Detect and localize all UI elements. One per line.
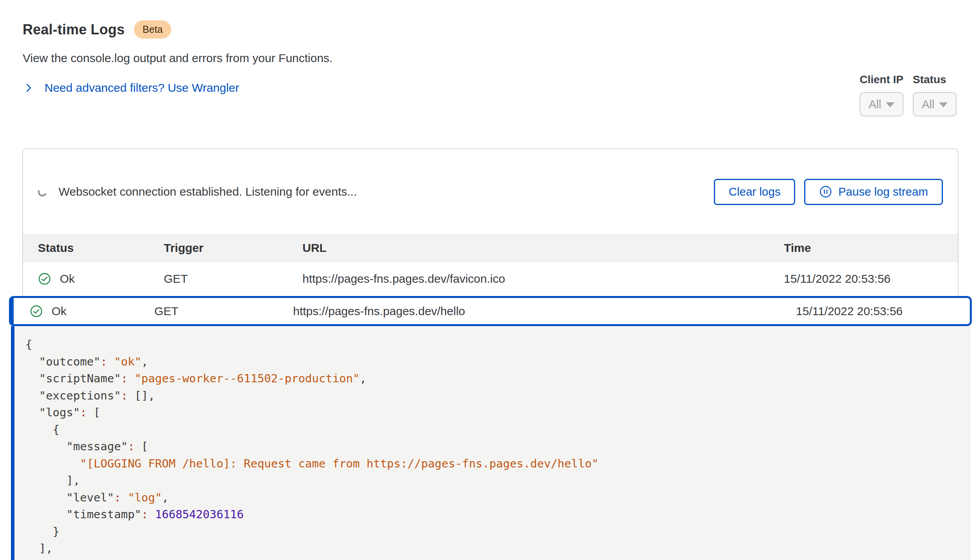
row-trigger: GET [154,305,293,318]
client-ip-filter-dropdown[interactable]: All [860,92,903,116]
page-header: Real-time Logs Beta View the console.log… [23,20,800,95]
column-header-status: Status [23,241,164,255]
pause-log-stream-label: Pause log stream [838,185,928,198]
status-filter-value: All [922,98,934,111]
code-line: "exceptions": [], [25,387,971,405]
clear-logs-label: Clear logs [729,185,781,198]
page-description: View the console.log output and errors f… [23,52,800,65]
row-url: https://pages-fns.pages.dev/favicon.ico [302,272,784,285]
table-row-selected[interactable]: Ok GET https://pages-fns.pages.dev/hello… [9,296,972,326]
row-time: 15/11/2022 20:53:56 [796,305,970,318]
code-line: "message": [ [25,438,971,455]
row-trigger: GET [164,272,302,285]
code-line: { [25,421,971,439]
spinner-icon [37,186,48,197]
log-filters: Client IP All Status All [860,73,957,116]
code-line: "logs": [ [25,404,971,421]
websocket-status-bar: Websocket connection established. Listen… [23,149,958,234]
status-filter-label: Status [913,73,957,86]
column-header-url: URL [302,241,784,255]
chevron-right-icon [23,82,34,94]
code-line: "[LOGGING FROM /hello]: Request came fro… [25,455,971,473]
status-ok-icon [38,272,51,285]
caret-down-icon [886,102,894,107]
row-time: 15/11/2022 20:53:56 [784,272,958,285]
wrangler-link-label: Need advanced filters? Use Wrangler [45,81,239,95]
table-row[interactable]: Ok GET https://pages-fns.pages.dev/favic… [23,262,958,296]
row-status: Ok [52,305,66,318]
status-filter-dropdown[interactable]: All [913,92,957,116]
page-title: Real-time Logs [23,21,125,38]
code-line: "scriptName": "pages-worker--611502-prod… [25,370,971,387]
caret-down-icon [939,102,948,107]
clear-logs-button[interactable]: Clear logs [714,179,796,205]
client-ip-filter-label: Client IP [860,73,903,86]
pause-log-stream-button[interactable]: Pause log stream [804,179,943,205]
client-ip-filter-value: All [869,98,881,111]
expanded-log-entry: Ok GET https://pages-fns.pages.dev/hello… [9,296,972,560]
websocket-status-message: Websocket connection established. Listen… [59,185,357,198]
code-line: ], [25,472,971,489]
code-line: "outcome": "ok", [25,353,971,371]
pause-icon [819,185,832,198]
status-ok-icon [30,305,43,318]
wrangler-filters-link[interactable]: Need advanced filters? Use Wrangler [23,81,239,95]
log-detail-json: { "outcome": "ok", "scriptName": "pages-… [11,326,971,560]
code-line: } [25,523,971,540]
code-line: { [25,336,971,353]
code-line: "level": "log", [25,489,971,506]
code-line: "timestamp": 1668542036116 [25,506,971,523]
code-line: ], [25,540,971,557]
column-header-time: Time [784,241,958,255]
beta-badge: Beta [134,20,171,39]
column-header-trigger: Trigger [164,241,302,255]
row-url: https://pages-fns.pages.dev/hello [293,305,796,318]
log-table-header: Status Trigger URL Time [23,234,958,262]
logs-panel: Websocket connection established. Listen… [22,148,959,560]
row-status: Ok [60,272,75,285]
